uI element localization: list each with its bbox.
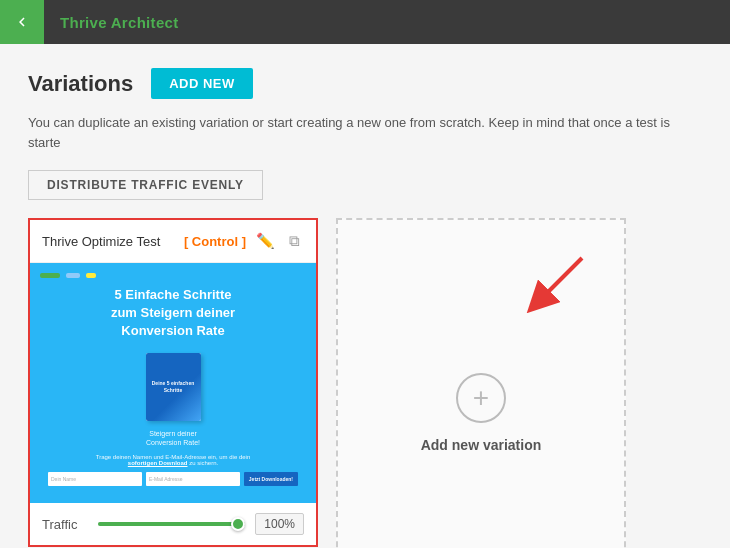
page-title: Variations xyxy=(28,71,133,97)
card-preview: 5 Einfache Schritte zum Steigern deiner … xyxy=(30,263,316,503)
preview-form: Dein Name E-Mail Adresse Jetzt Downloade… xyxy=(40,472,306,486)
slider-fill xyxy=(98,522,245,526)
card-header: Thrive Optimize Test [ Control ] ✏️ ⧉ xyxy=(30,220,316,263)
app-title: Thrive Architect xyxy=(44,14,178,31)
traffic-label: Traffic xyxy=(42,517,88,532)
preview-book: Deine 5 einfachen Schritte xyxy=(146,353,201,421)
main-content: Variations ADD NEW You can duplicate an … xyxy=(0,44,730,548)
title-thrive: Thrive xyxy=(60,14,107,31)
cta-underline: sofortigen Download xyxy=(128,460,188,466)
add-variation-label: Add new variation xyxy=(421,437,542,453)
cards-container: Thrive Optimize Test [ Control ] ✏️ ⧉ 5 … xyxy=(28,218,702,548)
preview-inner: 5 Einfache Schritte zum Steigern deiner … xyxy=(30,263,316,503)
traffic-value: 100% xyxy=(255,513,304,535)
traffic-slider[interactable] xyxy=(98,522,245,526)
add-new-button[interactable]: ADD NEW xyxy=(151,68,253,99)
preview-subtext: Steigern deiner Conversion Rate! xyxy=(146,429,200,449)
back-button[interactable] xyxy=(0,0,44,44)
subtext-line1: Steigern deiner xyxy=(149,430,196,437)
add-variation-card[interactable]: + Add new variation xyxy=(336,218,626,548)
dot-gray xyxy=(66,273,80,278)
red-arrow xyxy=(514,250,594,334)
distribute-traffic-button[interactable]: DISTRIBUTE TRAFFIC EVENLY xyxy=(28,170,263,200)
chevron-left-icon xyxy=(13,13,31,31)
preview-top-bar xyxy=(40,273,306,278)
svg-line-1 xyxy=(538,258,582,302)
control-variation-card: Thrive Optimize Test [ Control ] ✏️ ⧉ 5 … xyxy=(28,218,318,547)
description-text: You can duplicate an existing variation … xyxy=(28,113,702,152)
preview-submit: Jetzt Downloaden! xyxy=(244,472,298,486)
dot-yellow xyxy=(86,273,96,278)
dot-green xyxy=(40,273,60,278)
red-arrow-icon xyxy=(514,250,594,330)
preview-headline: 5 Einfache Schritte zum Steigern deiner … xyxy=(111,286,235,341)
card-title: Thrive Optimize Test xyxy=(42,234,178,249)
cta-line2: zu sichern. xyxy=(189,460,218,466)
variations-header: Variations ADD NEW xyxy=(28,68,702,99)
headline-line1: 5 Einfache Schritte xyxy=(114,287,231,302)
preview-input1: Dein Name xyxy=(48,472,142,486)
traffic-row: Traffic 100% xyxy=(30,503,316,545)
top-nav: Thrive Architect xyxy=(0,0,730,44)
input2-placeholder: E-Mail Adresse xyxy=(149,476,183,482)
preview-cta-text: Trage deinen Namen und E-Mail-Adresse ei… xyxy=(96,454,251,466)
preview-input2: E-Mail Adresse xyxy=(146,472,240,486)
input1-placeholder: Dein Name xyxy=(51,476,76,482)
duplicate-icon[interactable]: ⧉ xyxy=(285,230,304,252)
title-architect: Architect xyxy=(107,14,179,31)
subtext-line2: Conversion Rate! xyxy=(146,439,200,446)
add-variation-plus-icon: + xyxy=(456,373,506,423)
headline-line2: zum Steigern deiner xyxy=(111,305,235,320)
slider-thumb xyxy=(231,517,245,531)
edit-icon[interactable]: ✏️ xyxy=(252,230,279,252)
control-badge: [ Control ] xyxy=(184,234,246,249)
headline-line3: Konversion Rate xyxy=(121,323,224,338)
plus-symbol: + xyxy=(473,382,489,414)
book-inner: Deine 5 einfachen Schritte xyxy=(146,353,201,421)
book-text: Deine 5 einfachen Schritte xyxy=(150,380,197,393)
